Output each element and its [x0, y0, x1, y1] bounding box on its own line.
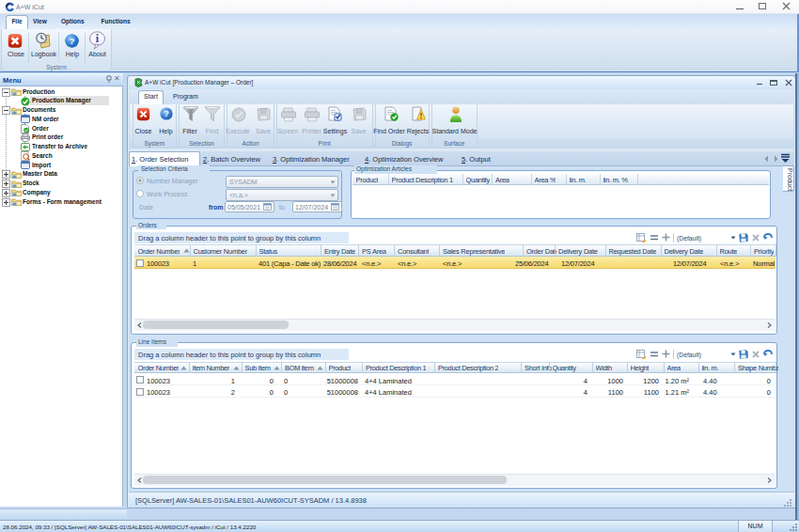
svg-text:?: ? — [164, 109, 169, 118]
svg-text:?: ? — [70, 36, 75, 46]
